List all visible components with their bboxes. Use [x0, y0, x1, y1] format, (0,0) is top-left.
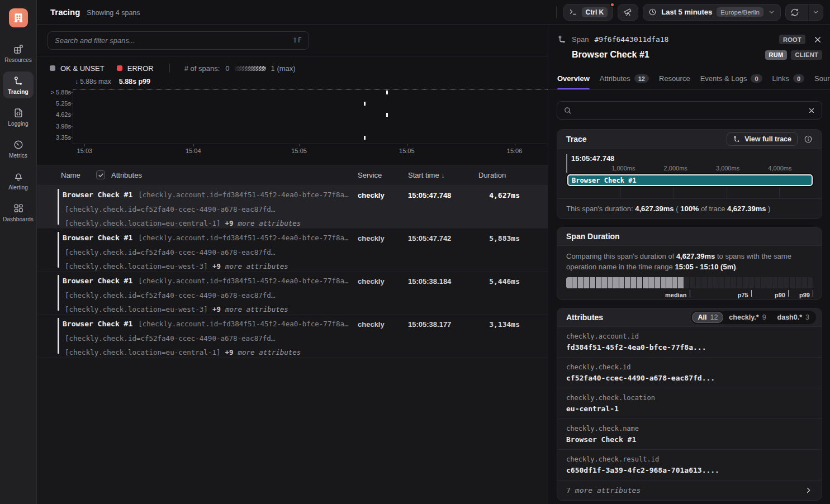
tab-attributes[interactable]: Attributes12 — [600, 70, 649, 89]
sidebar-item-dashboards[interactable]: Dashboards — [3, 199, 34, 226]
start-time-label: Start time — [408, 171, 439, 179]
percentile-tick — [788, 290, 789, 297]
histogram-cell — [761, 277, 766, 288]
sd-time-range: 15:05 - 15:10 (5m) — [675, 263, 736, 271]
histogram-cell — [790, 277, 795, 288]
heatmap-plot-area[interactable]: > 5.88s5.25s4.62s3.98s3.35s 15:0315:0415… — [73, 85, 548, 144]
histogram-cell — [784, 277, 790, 288]
more-attributes-row[interactable]: 7 more attributes — [557, 481, 822, 500]
pill-label: dash0.* — [777, 313, 802, 321]
span-start-time: 15:05:38.177 — [408, 320, 451, 329]
percentile-label: p90 — [775, 290, 788, 300]
column-start-time[interactable]: Start time ↓ — [408, 171, 445, 179]
percentile-label: p99 — [799, 290, 813, 300]
histogram-cell — [601, 277, 607, 288]
filter-pill-all[interactable]: All 12 — [692, 312, 723, 323]
filter-pill-checkly[interactable]: checkly.* 9 — [723, 312, 771, 323]
span-search-input[interactable]: Search and filter spans... ⇧F — [48, 31, 309, 50]
histogram-cell — [690, 277, 695, 288]
histogram-cell — [637, 277, 642, 288]
attribute-search-input[interactable] — [557, 101, 822, 120]
chart-legend: OK & UNSET ERROR # of spans: 0 1 (max) — [37, 56, 548, 80]
clear-search-icon[interactable] — [808, 107, 815, 115]
ctrl-k-shortcut: Ctrl K — [582, 7, 608, 17]
trace-start-timestamp: 15:05:47.748 — [571, 154, 813, 163]
column-service[interactable]: Service — [358, 171, 382, 179]
column-attributes[interactable]: Attributes — [111, 171, 142, 179]
view-full-trace-button[interactable]: View full trace — [727, 132, 798, 146]
sidebar-item-alerting[interactable]: Alerting — [3, 167, 34, 194]
histogram-cell — [796, 277, 801, 288]
sidebar-item-tracing[interactable]: Tracing — [3, 72, 34, 98]
x-axis-tick — [299, 144, 300, 146]
density-min-label: 0 — [225, 64, 229, 73]
table-header: Name Attributes Service Start time ↓ Dur… — [37, 165, 548, 186]
alerting-icon — [13, 171, 24, 182]
attribute-row[interactable]: checkly.check.name Browser Check #1 — [557, 419, 822, 450]
trace-span-bar-label: Browser Check #1 — [572, 177, 637, 184]
trace-span-bar[interactable]: Browser Check #1 — [567, 174, 813, 186]
span-status-bar — [58, 232, 59, 268]
tab-overview[interactable]: Overview — [557, 70, 590, 89]
attribute-row[interactable]: checkly.check.id cf52fa40-ccec-4490-a678… — [557, 358, 822, 388]
histogram-cell — [778, 277, 784, 288]
sidebar-item-metrics[interactable]: Metrics — [3, 135, 34, 162]
column-name[interactable]: Name — [61, 171, 80, 179]
column-duration[interactable]: Duration — [478, 171, 506, 179]
span-status-bar — [58, 318, 59, 354]
command-palette-button[interactable]: Ctrl K — [563, 4, 614, 21]
more-attributes-count: +9 — [225, 348, 233, 356]
span-row[interactable]: Browser Check #1 [checkly.account.id=fd3… — [37, 186, 548, 229]
refresh-button[interactable] — [786, 4, 804, 20]
attribute-row[interactable]: checkly.check.result.id c650df1f-3a39-4f… — [557, 450, 822, 481]
span-row[interactable]: Browser Check #1 [checkly.account.id=fd3… — [37, 229, 548, 272]
span-row[interactable]: Browser Check #1 [checkly.account.id=fd3… — [37, 315, 548, 358]
sd-text: . — [736, 263, 738, 271]
x-axis-tick — [193, 144, 194, 146]
span-heatmap-point[interactable] — [364, 102, 366, 106]
attribute-key: checkly.account.id — [566, 332, 813, 340]
attribute-key: checkly.check.name — [566, 425, 813, 432]
span-heatmap-point[interactable] — [386, 113, 388, 117]
pill-label: checkly.* — [729, 313, 758, 321]
attribute-row[interactable]: checkly.account.id fd384f51-45f2-4ea0-bf… — [557, 327, 822, 358]
span-heatmap-point[interactable] — [386, 91, 388, 94]
x-axis-tick — [407, 144, 407, 146]
y-axis-tick — [70, 103, 73, 104]
time-range-picker[interactable]: Last 5 minutes Europe/Berlin — [643, 4, 781, 21]
span-row[interactable]: Browser Check #1 [checkly.account.id=fd3… — [37, 272, 548, 315]
tab-links[interactable]: Links0 — [772, 70, 804, 89]
announcements-button[interactable] — [618, 4, 638, 21]
spans-table-section: Name Attributes Service Start time ↓ Dur… — [37, 165, 548, 504]
histogram-cell — [713, 277, 719, 288]
tab-resource[interactable]: Resource — [659, 70, 690, 89]
attribute-value: cf52fa40-ccec-4490-a678-eac87fd... — [566, 374, 813, 382]
histogram-cell — [725, 277, 731, 288]
y-axis-tick — [70, 137, 73, 138]
histogram-cell — [737, 277, 742, 288]
filter-pill-dash0[interactable]: dash0.* 3 — [772, 312, 815, 323]
span-heatmap-point[interactable] — [364, 136, 366, 140]
attributes-checkbox[interactable] — [96, 170, 105, 179]
attribute-row[interactable]: checkly.check.location eu-central-1 — [557, 388, 822, 419]
tab-events-logs[interactable]: Events & Logs0 — [700, 70, 762, 89]
attribute-chip: [checkly.account.id=fd384f51-45f2-4ea0-b… — [138, 277, 348, 285]
attribute-chip: [checkly.check.id=cf52fa40-ccec-4490-a67… — [65, 334, 275, 343]
refresh-options-button[interactable] — [808, 4, 823, 20]
tab-source[interactable]: Source — [814, 70, 830, 89]
sidebar-item-resources[interactable]: Resources — [3, 40, 34, 66]
histogram-cell — [661, 277, 666, 288]
terminal-icon — [569, 8, 577, 16]
histogram-cell — [619, 277, 625, 288]
info-icon[interactable] — [804, 135, 813, 144]
span-name: Browser Check #1 — [63, 191, 132, 199]
sd-text: Comparing this span's duration of — [566, 252, 674, 260]
sidebar-item-logging[interactable]: Logging — [3, 103, 34, 130]
attribute-chip: [checkly.check.id=cf52fa40-ccec-4490-a67… — [65, 291, 275, 299]
close-panel-icon[interactable] — [813, 35, 822, 44]
trace-time-ticks: 1,000ms2,000ms3,000ms4,000ms — [571, 164, 813, 173]
logging-icon — [13, 107, 24, 118]
sidebar-item-label: Tracing — [8, 89, 28, 95]
app-logo[interactable] — [9, 8, 28, 27]
attribute-chip: [checkly.check.location=eu-west-3] — [65, 305, 208, 313]
